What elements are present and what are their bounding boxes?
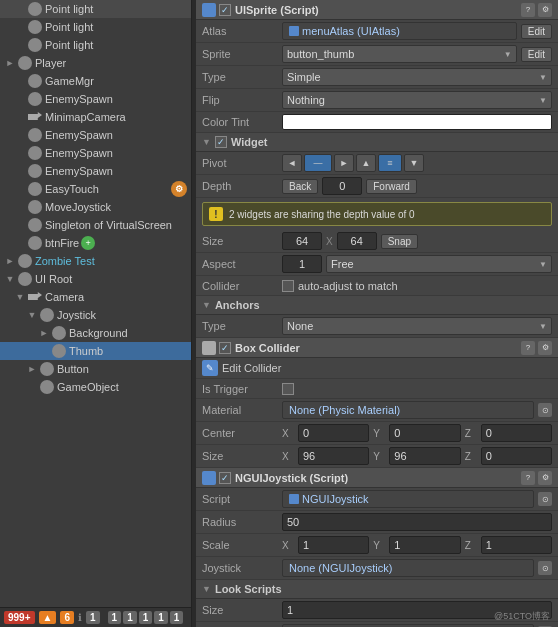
arrow-uiroot[interactable] (4, 273, 16, 285)
center-z-field[interactable]: 0 (481, 424, 552, 442)
tree-item-btnfire[interactable]: btnFire + (0, 234, 191, 252)
flip-dropdown[interactable]: Nothing (282, 91, 552, 109)
uisprite-question-icon[interactable]: ? (521, 3, 535, 17)
depth-value-text: 0 (339, 180, 345, 192)
center-x-field[interactable]: 0 (298, 424, 369, 442)
anchors-type-label: Type (202, 320, 282, 332)
tree-item-pl1[interactable]: Point light (0, 0, 191, 18)
arrow-camera[interactable] (14, 291, 26, 303)
pivot-vmid-btn[interactable]: ≡ (378, 154, 402, 172)
pivot-label: Pivot (202, 157, 282, 169)
arrow-button[interactable] (26, 363, 38, 375)
size-y-field[interactable]: 64 (337, 232, 377, 250)
ngui-script-value: NGUIJoystick ⊙ (282, 490, 552, 508)
tree-item-enemyspawn3[interactable]: EnemySpawn (0, 144, 191, 162)
arrow-background[interactable] (38, 327, 50, 339)
bc-size-y-field[interactable]: 96 (389, 447, 460, 465)
joystick-ref-value: None (NGUIJoystick) ⊙ (282, 559, 552, 577)
anchors-type-dropdown[interactable]: None (282, 317, 552, 335)
boxcollider-gear-icon[interactable]: ⚙ (538, 341, 552, 355)
tree-item-enemyspawn1[interactable]: EnemySpawn (0, 90, 191, 108)
pivot-right-btn[interactable]: ► (334, 154, 354, 172)
boxcollider-question-icon[interactable]: ? (521, 341, 535, 355)
label-button: Button (57, 363, 89, 375)
tree-item-singleton[interactable]: Singleton of VirtualScreen (0, 216, 191, 234)
pivot-center-btn[interactable]: — (304, 154, 332, 172)
tree-item-enemyspawn2[interactable]: EnemySpawn (0, 126, 191, 144)
lookscripts-section-header[interactable]: ▼ Look Scripts (196, 580, 558, 599)
ngui-script-select[interactable]: ⊙ (538, 492, 552, 506)
sprite-dropdown[interactable]: button_thumb (282, 45, 517, 63)
tree-item-easytouch[interactable]: EasyTouch ⚙ (0, 180, 191, 198)
tree-item-player[interactable]: Player (0, 54, 191, 72)
tree-item-background[interactable]: Background (0, 324, 191, 342)
joystick-ref[interactable]: None (NGUIJoystick) (282, 559, 534, 577)
tree-item-uiroot[interactable]: UI Root (0, 270, 191, 288)
tree-item-joystick[interactable]: Joystick (0, 306, 191, 324)
tree-item-camera[interactable]: Camera (0, 288, 191, 306)
bc-size-z-label: Z (465, 451, 477, 462)
scale-x-field[interactable]: 1 (298, 536, 369, 554)
color-tint-swatch[interactable] (282, 114, 552, 130)
atlas-edit-btn[interactable]: Edit (521, 24, 552, 39)
label-easytouch: EasyTouch (45, 183, 99, 195)
tree-item-enemyspawn4[interactable]: EnemySpawn (0, 162, 191, 180)
joystick-select-icon[interactable]: ⊙ (538, 561, 552, 575)
material-ref[interactable]: None (Physic Material) (282, 401, 534, 419)
tree-item-thumb[interactable]: Thumb (0, 342, 191, 360)
pivot-up-btn[interactable]: ▲ (356, 154, 376, 172)
tree-item-minimapcam[interactable]: MinimapCamera (0, 108, 191, 126)
uisprite-gear-icon[interactable]: ⚙ (538, 3, 552, 17)
tree-item-pl2[interactable]: Point light (0, 18, 191, 36)
center-y-field[interactable]: 0 (389, 424, 460, 442)
arrow-joystick[interactable] (26, 309, 38, 321)
depth-forward-btn[interactable]: Forward (366, 179, 417, 194)
widget-arrow: ▼ (202, 137, 211, 147)
bc-size-z-field[interactable]: 0 (481, 447, 552, 465)
tree-item-button[interactable]: Button (0, 360, 191, 378)
tree-item-gameobject[interactable]: GameObject (0, 378, 191, 396)
ngui-gear-icon[interactable]: ⚙ (538, 471, 552, 485)
widget-checkbox[interactable] (215, 136, 227, 148)
pivot-down-btn[interactable]: ▼ (404, 154, 424, 172)
anchors-section-header[interactable]: ▼ Anchors (196, 296, 558, 315)
is-trigger-checkbox[interactable] (282, 383, 294, 395)
type-dropdown[interactable]: Simple (282, 68, 552, 86)
arrow-player[interactable] (4, 57, 16, 69)
size-y-text: 64 (351, 235, 363, 247)
tree-item-movejoystick[interactable]: MoveJoystick (0, 198, 191, 216)
widget-section-header[interactable]: ▼ Widget (196, 133, 558, 152)
depth-back-btn[interactable]: Back (282, 179, 318, 194)
ngui-question-icon[interactable]: ? (521, 471, 535, 485)
aspect-dropdown[interactable]: Free (326, 255, 552, 273)
radius-row: Radius 50 (196, 511, 558, 534)
scene-hierarchy[interactable]: Point light Point light Point light Play… (0, 0, 191, 607)
ngui-checkbox[interactable] (219, 472, 231, 484)
boxcollider-checkbox[interactable] (219, 342, 231, 354)
uisprite-checkbox[interactable] (219, 4, 231, 16)
sprite-edit-btn[interactable]: Edit (521, 47, 552, 62)
scale-y-field[interactable]: 1 (389, 536, 460, 554)
arrow-zombietest[interactable] (4, 255, 16, 267)
tree-item-pl3[interactable]: Point light (0, 36, 191, 54)
ngui-script-ref[interactable]: NGUIJoystick (282, 490, 534, 508)
radius-field[interactable]: 50 (282, 513, 552, 531)
aspect-value-field[interactable]: 1 (282, 255, 322, 273)
atlas-label: Atlas (202, 25, 282, 37)
scale-z-field[interactable]: 1 (481, 536, 552, 554)
size-x-field[interactable]: 64 (282, 232, 322, 250)
bc-size-x-field[interactable]: 96 (298, 447, 369, 465)
pivot-left-btn[interactable]: ◄ (282, 154, 302, 172)
material-select-icon[interactable]: ⊙ (538, 403, 552, 417)
atlas-ref[interactable]: menuAtlas (UIAtlas) (282, 22, 517, 40)
depth-value-field[interactable]: 0 (322, 177, 362, 195)
collider-checkbox[interactable] (282, 280, 294, 292)
scale-x-label: X (282, 540, 294, 551)
depth-label: Depth (202, 180, 282, 192)
badge-info-count: 1 (86, 611, 100, 624)
joystick-ref-row: Joystick None (NGUIJoystick) ⊙ (196, 557, 558, 580)
tree-item-gamemgr[interactable]: GameMgr (0, 72, 191, 90)
tree-item-zombietest[interactable]: Zombie Test (0, 252, 191, 270)
label-btnfire: btnFire (45, 237, 79, 249)
snap-btn[interactable]: Snap (381, 234, 418, 249)
